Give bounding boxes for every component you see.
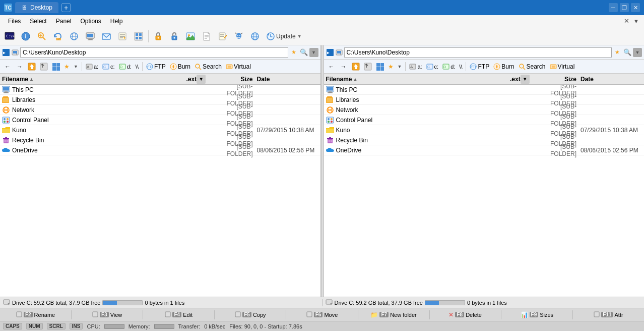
debug-btn[interactable]: [231, 29, 246, 44]
left-dropdown-btn[interactable]: ▼: [309, 48, 318, 57]
menu-panel[interactable]: Panel: [52, 17, 76, 26]
right-refresh2-btn[interactable]: [362, 61, 373, 72]
f7-newfolder-btn[interactable]: 📁 F7 New folder: [358, 310, 430, 319]
left-up-btn[interactable]: [26, 61, 37, 72]
doc-btn[interactable]: [199, 29, 214, 44]
right-forward-btn[interactable]: →: [338, 61, 349, 72]
menu-help[interactable]: Help: [106, 17, 127, 26]
left-drive-a[interactable]: A a:: [84, 61, 100, 72]
left-view-btn[interactable]: [50, 61, 61, 72]
right-search-nav-btn[interactable]: Search: [517, 61, 547, 72]
menu-select[interactable]: Select: [26, 17, 50, 26]
f9-sizes-btn[interactable]: 📊 F9 Sizes: [501, 310, 573, 319]
f11-attr-btn[interactable]: F11 Attr: [573, 310, 644, 319]
left-refresh2-btn[interactable]: [38, 61, 49, 72]
table-row[interactable]: Network [SUB-FOLDER]: [324, 105, 645, 115]
right-back-btn[interactable]: ←: [326, 61, 337, 72]
right-virtual-btn[interactable]: Virtual: [548, 61, 576, 72]
lock-btn[interactable]: [151, 29, 166, 44]
mail-btn[interactable]: [99, 29, 114, 44]
table-row[interactable]: Recycle Bin [SUB-FOLDER]: [0, 135, 320, 145]
left-ftp-btn[interactable]: FTP FTP: [145, 61, 167, 72]
right-drive-net[interactable]: \\: [458, 61, 464, 72]
table-row[interactable]: Libraries [SUB-FOLDER]: [324, 95, 645, 105]
unlock-btn[interactable]: [167, 29, 182, 44]
left-ext-dropdown[interactable]: ▼: [197, 75, 206, 84]
f8-delete-btn[interactable]: ✕ F8 Delete: [430, 310, 501, 319]
chevron-down-icon[interactable]: ▼: [632, 18, 640, 24]
table-row[interactable]: This PC [SUB-FOLDER]: [0, 85, 320, 95]
table-row[interactable]: Kuno [SUB-FOLDER] 07/29/2015 10:38 AM: [0, 125, 320, 135]
add-tab-button[interactable]: +: [61, 3, 71, 12]
right-fav-btn[interactable]: ★: [387, 61, 395, 72]
menu-options[interactable]: Options: [76, 17, 105, 26]
right-col-size[interactable]: Size: [538, 76, 578, 83]
minimize-button[interactable]: ─: [609, 3, 618, 12]
f5-copy-btn[interactable]: F5 Copy: [215, 310, 286, 319]
update-dropdown[interactable]: ▼: [297, 34, 302, 39]
left-search-btn[interactable]: 🔍: [299, 48, 308, 57]
left-burn-btn[interactable]: Burn: [168, 61, 192, 72]
edit2-btn[interactable]: [215, 29, 230, 44]
left-col-date[interactable]: Date: [255, 76, 320, 83]
table-row[interactable]: Network [SUB-FOLDER]: [0, 105, 320, 115]
table-row[interactable]: Control Panel [SUB-FOLDER]: [324, 115, 645, 125]
right-drive-d[interactable]: D d:: [441, 61, 457, 72]
table-row[interactable]: Control Panel [SUB-FOLDER]: [0, 115, 320, 125]
list-btn[interactable]: [131, 29, 146, 44]
f2-rename-btn[interactable]: F2 Rename: [0, 310, 72, 319]
close-icon[interactable]: ✕: [622, 17, 631, 25]
table-row[interactable]: OneDrive [SUB-FOLDER] 08/06/2015 02:56 P…: [324, 145, 645, 155]
find-btn[interactable]: [34, 29, 49, 44]
globe-btn1[interactable]: [67, 29, 82, 44]
right-col-filename[interactable]: Filename ▲: [324, 76, 508, 83]
left-forward-btn[interactable]: →: [14, 61, 25, 72]
table-row[interactable]: Kuno [SUB-FOLDER] 07/29/2015 10:38 AM: [324, 125, 645, 135]
right-fav-dropdown[interactable]: ▼: [396, 61, 404, 72]
refresh-btn[interactable]: [50, 29, 66, 44]
f6-move-btn[interactable]: F6 Move: [286, 310, 358, 319]
image-btn[interactable]: [183, 29, 198, 44]
right-search-btn[interactable]: 🔍: [623, 48, 632, 57]
left-path-field[interactable]: C:\Users\Kuno\Desktop: [20, 47, 288, 58]
left-col-size[interactable]: Size: [215, 76, 255, 83]
left-search-nav-btn[interactable]: Search: [193, 61, 223, 72]
computer-btn[interactable]: [83, 29, 98, 44]
info-btn[interactable]: i: [18, 29, 33, 44]
left-col-filename[interactable]: Filename ▲: [0, 76, 184, 83]
table-row[interactable]: This PC [SUB-FOLDER]: [324, 85, 645, 95]
left-fav-dropdown[interactable]: ▼: [72, 61, 80, 72]
right-drive-c[interactable]: C c:: [425, 61, 440, 72]
right-ftp-btn[interactable]: FTP FTP: [468, 61, 491, 72]
table-row[interactable]: OneDrive [SUB-FOLDER] 08/06/2015 02:56 P…: [0, 145, 320, 155]
left-bookmark-btn[interactable]: ★: [289, 48, 298, 57]
left-fav-btn[interactable]: ★: [62, 61, 71, 72]
right-view-btn[interactable]: [374, 61, 385, 72]
edit1-btn[interactable]: [115, 29, 130, 44]
right-up-btn[interactable]: [350, 61, 361, 72]
left-drive-net[interactable]: \\: [134, 61, 140, 72]
right-burn-btn[interactable]: Burn: [492, 61, 516, 72]
right-path-field[interactable]: C:\Users\Kuno\Desktop: [344, 47, 612, 58]
globe-btn2[interactable]: [247, 29, 263, 44]
file-date: 08/06/2015 02:56 PM: [578, 147, 644, 154]
right-ext-dropdown[interactable]: ▼: [521, 75, 530, 84]
f3-view-btn[interactable]: F3 View: [72, 310, 143, 319]
left-drive-d[interactable]: D d:: [117, 61, 133, 72]
cmd-prompt-btn[interactable]: C:\>: [2, 29, 17, 44]
left-back-btn[interactable]: ←: [2, 61, 13, 72]
f4-edit-btn[interactable]: F4 Edit: [143, 310, 215, 319]
left-virtual-btn[interactable]: Virtual: [224, 61, 252, 72]
right-drive-a[interactable]: A a:: [408, 61, 423, 72]
main-tab[interactable]: 🖥 Desktop: [15, 2, 58, 13]
right-col-date[interactable]: Date: [578, 76, 644, 83]
right-dropdown-btn[interactable]: ▼: [633, 48, 642, 57]
update-btn[interactable]: Update ▼: [264, 29, 305, 44]
close-button[interactable]: ✕: [631, 3, 640, 12]
table-row[interactable]: Libraries [SUB-FOLDER]: [0, 95, 320, 105]
left-drive-c[interactable]: C c:: [101, 61, 116, 72]
maximize-button[interactable]: ❐: [620, 3, 629, 12]
table-row[interactable]: Recycle Bin [SUB-FOLDER]: [324, 135, 645, 145]
menu-files[interactable]: Files: [4, 17, 25, 26]
right-bookmark-btn[interactable]: ★: [613, 48, 622, 57]
